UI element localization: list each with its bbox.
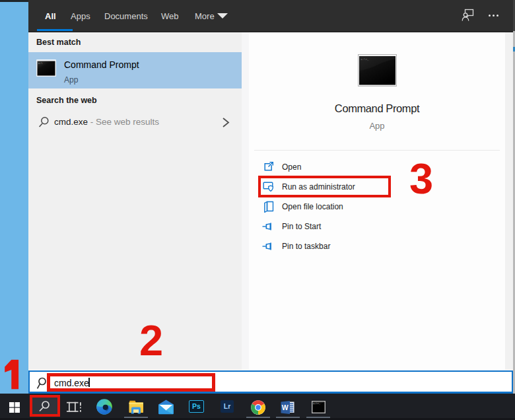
svg-text:W: W — [282, 403, 289, 411]
svg-text:C:\: C:\ — [38, 62, 42, 65]
svg-text:C:\>_: C:\>_ — [361, 58, 370, 61]
svg-text:C:\>_: C:\>_ — [313, 402, 321, 405]
